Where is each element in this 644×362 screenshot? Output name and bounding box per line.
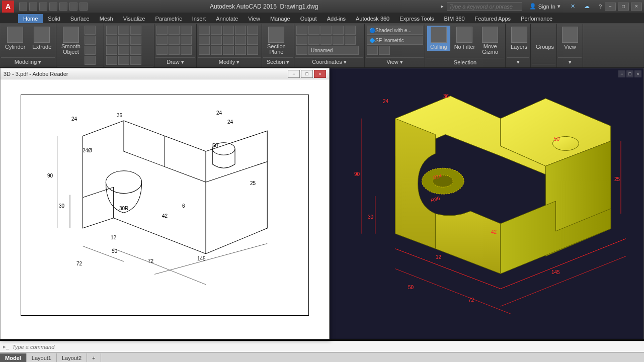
tool-icon[interactable] — [320, 36, 332, 45]
mesh-tool-icon[interactable] — [85, 46, 96, 55]
smooth-object-button[interactable]: SmoothObject — [58, 26, 84, 56]
tool-icon[interactable] — [169, 46, 180, 55]
tab-layout1[interactable]: Layout1 — [27, 353, 57, 363]
tool-icon[interactable] — [106, 46, 117, 55]
tool-icon[interactable] — [223, 46, 234, 55]
mesh-tool-icon[interactable] — [85, 56, 96, 65]
minimize-button[interactable]: − — [605, 3, 616, 11]
mesh-tool-icon[interactable] — [85, 26, 96, 35]
tab-featured[interactable]: Featured Apps — [470, 14, 516, 23]
tab-express[interactable]: Express Tools — [394, 14, 439, 23]
tab-visualize[interactable]: Visualize — [118, 14, 150, 23]
tab-mesh[interactable]: Mesh — [95, 14, 118, 23]
app-logo[interactable]: A — [2, 1, 14, 13]
qat-redo-icon[interactable] — [79, 3, 88, 11]
tool-icon[interactable] — [367, 46, 378, 55]
tool-icon[interactable] — [247, 46, 258, 55]
qat-open-icon[interactable] — [29, 3, 37, 11]
groups-button[interactable]: Groups — [533, 26, 557, 51]
tab-output[interactable]: Output — [295, 14, 322, 23]
tool-icon[interactable] — [333, 36, 344, 45]
tool-icon[interactable] — [345, 36, 356, 45]
tool-icon[interactable] — [199, 36, 210, 45]
search-input[interactable] — [447, 2, 522, 11]
tab-view[interactable]: View — [243, 14, 265, 23]
tool-icon[interactable] — [156, 26, 168, 35]
tool-icon[interactable] — [169, 36, 180, 45]
tab-annotate[interactable]: Annotate — [211, 14, 243, 23]
view-dropdown[interactable]: 🔷 SE Isometric — [367, 36, 423, 45]
panel-label[interactable]: View ▾ — [366, 57, 424, 66]
tool-icon[interactable] — [106, 56, 117, 65]
extrude-button[interactable]: Extrude — [29, 26, 54, 51]
tab-model[interactable]: Model — [0, 353, 27, 363]
tool-icon[interactable] — [235, 36, 246, 45]
tool-icon[interactable] — [199, 26, 210, 35]
tool-icon[interactable] — [333, 26, 344, 35]
tab-manage[interactable]: Manage — [265, 14, 295, 23]
qat-new-icon[interactable] — [19, 3, 27, 11]
tool-icon[interactable] — [296, 46, 307, 55]
tool-icon[interactable] — [296, 26, 307, 35]
cloud-icon[interactable]: ☁ — [584, 3, 590, 10]
ucs-dropdown[interactable]: Unnamed — [308, 46, 359, 55]
qat-undo-icon[interactable] — [69, 3, 77, 11]
tool-icon[interactable] — [106, 26, 117, 35]
tab-performance[interactable]: Performance — [516, 14, 557, 23]
pdf-maximize-button[interactable]: □ — [301, 70, 313, 78]
tab-surface[interactable]: Surface — [65, 14, 95, 23]
tool-icon[interactable] — [156, 46, 168, 55]
tool-icon[interactable] — [181, 46, 192, 55]
section-plane-button[interactable]: SectionPlane — [264, 26, 289, 56]
cylinder-button[interactable]: Cylinder — [2, 26, 28, 51]
tool-icon[interactable] — [130, 46, 141, 55]
tool-icon[interactable] — [199, 46, 210, 55]
culling-button[interactable]: Culling — [427, 26, 450, 51]
tool-icon[interactable] — [118, 46, 129, 55]
tool-icon[interactable] — [211, 36, 222, 45]
tool-icon[interactable] — [181, 36, 192, 45]
tab-bim360[interactable]: BIM 360 — [439, 14, 470, 23]
panel-label[interactable]: Coordinates ▾ — [295, 57, 363, 66]
tab-a360[interactable]: Autodesk 360 — [351, 14, 394, 23]
tool-icon[interactable] — [308, 36, 319, 45]
panel-label[interactable]: ▾ — [558, 57, 582, 66]
tool-icon[interactable] — [118, 56, 129, 65]
qat-save-icon[interactable] — [39, 3, 47, 11]
tool-icon[interactable] — [320, 26, 332, 35]
tool-icon[interactable] — [247, 26, 258, 35]
tool-icon[interactable] — [211, 46, 222, 55]
command-input[interactable] — [12, 344, 641, 350]
tab-insert[interactable]: Insert — [187, 14, 211, 23]
tool-icon[interactable] — [223, 36, 234, 45]
panel-label[interactable]: Modeling ▾ — [1, 57, 55, 66]
maximize-button[interactable]: □ — [618, 3, 629, 11]
visual-style-dropdown[interactable]: 🔵 Shaded with e... — [367, 26, 423, 35]
model-viewport[interactable]: − □ × — [330, 68, 644, 339]
tool-icon[interactable] — [223, 26, 234, 35]
pdf-minimize-button[interactable]: − — [288, 70, 300, 78]
panel-label[interactable]: Section ▾ — [263, 57, 293, 66]
move-gizmo-button[interactable]: MoveGizmo — [479, 26, 501, 56]
tool-icon[interactable] — [130, 26, 141, 35]
panel-label[interactable]: Modify ▾ — [198, 57, 261, 66]
close-button[interactable]: × — [631, 3, 642, 11]
tool-icon[interactable] — [247, 36, 258, 45]
help-icon[interactable]: ? — [599, 4, 602, 10]
tool-icon[interactable] — [296, 36, 307, 45]
mesh-tool-icon[interactable] — [85, 36, 96, 45]
tool-icon[interactable] — [181, 26, 192, 35]
qat-print-icon[interactable] — [59, 3, 67, 11]
exchange-icon[interactable]: ✕ — [571, 3, 575, 10]
tool-icon[interactable] — [118, 36, 129, 45]
tool-icon[interactable] — [235, 26, 246, 35]
tool-icon[interactable] — [106, 36, 117, 45]
tool-icon[interactable] — [130, 56, 141, 65]
tab-solid[interactable]: Solid — [43, 14, 65, 23]
tool-icon[interactable] — [130, 36, 141, 45]
tab-home[interactable]: Home — [18, 14, 43, 23]
tab-add[interactable]: + — [87, 353, 101, 363]
layers-button[interactable]: Layers — [508, 26, 530, 51]
tab-addins[interactable]: Add-ins — [322, 14, 351, 23]
tool-icon[interactable] — [211, 26, 222, 35]
